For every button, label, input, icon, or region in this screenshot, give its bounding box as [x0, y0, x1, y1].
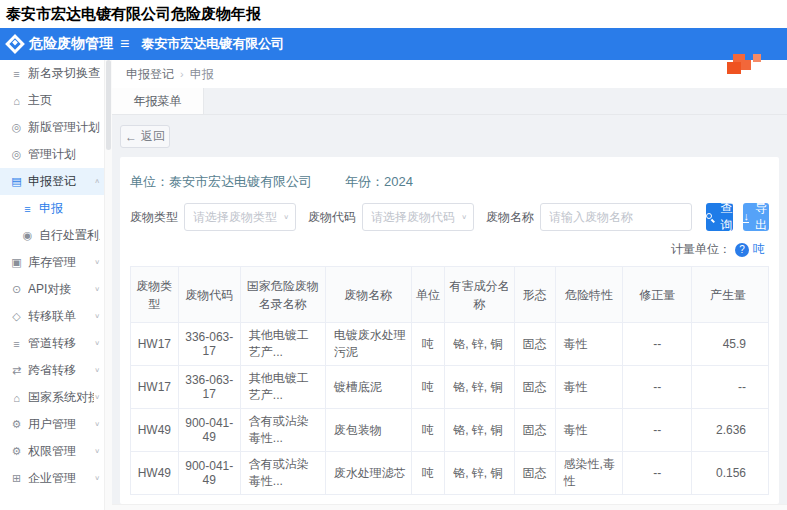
chevron-down-icon: ∨: [94, 340, 100, 347]
help-icon[interactable]: ?: [735, 243, 749, 257]
app-name: 危险废物管理: [29, 35, 113, 53]
chevron-down-icon: ∨: [94, 367, 100, 374]
tab-bar: 年报菜单: [112, 88, 787, 115]
grid-icon: ⊞: [9, 472, 24, 485]
col-form: 形态: [514, 267, 555, 323]
sidebar-item-declaration[interactable]: ≡ 申报: [0, 195, 104, 222]
breadcrumb-current: 申报: [190, 66, 214, 83]
content-area: 申报登记 › 申报 年报菜单 ← 返回: [112, 60, 787, 510]
sidebar-item-api[interactable]: ⊙ API对接 ∨: [0, 276, 104, 303]
report-info: 单位：泰安市宏达电镀有限公司 年份：2024: [130, 169, 769, 203]
table-row[interactable]: HW49 900-041-49 含有或沾染毒性... 废包装物 吨 铬, 锌, …: [131, 409, 769, 452]
export-button[interactable]: ↓ 导出: [743, 203, 769, 231]
app-header: 危险废物管理 ≡ 泰安市宏达电镀有限公司: [0, 28, 787, 60]
chevron-down-icon: ∨: [94, 448, 100, 455]
sidebar-item-inventory[interactable]: ▣ 库存管理 ∨: [0, 249, 104, 276]
menu-icon: ≡: [9, 68, 24, 80]
table-row[interactable]: HW17 336-063-17 其他电镀工艺产... 镀槽底泥 吨 铬, 锌, …: [131, 366, 769, 409]
sidebar-item-national-system[interactable]: ⌂ 国家系统对接 ∨: [0, 384, 104, 411]
sidebar-item-self-disposal[interactable]: ◉ 自行处置利用: [0, 222, 104, 249]
col-components: 有害成分名称: [445, 267, 514, 323]
document-edit-icon: ▤: [9, 175, 24, 188]
transfer-icon: ⇄: [9, 364, 24, 377]
sidebar-item-new-management-plan[interactable]: ◎ 新版管理计划: [0, 114, 104, 141]
breadcrumb-separator-icon: ›: [180, 68, 184, 80]
waste-table: 废物类型 废物代码 国家危险废物名录名称 废物名称 单位 有害成分名称 形态 危…: [130, 266, 769, 495]
inventory-icon: ▣: [9, 256, 24, 269]
app-logo-icon: [5, 34, 25, 54]
home-icon: ⌂: [9, 95, 24, 107]
sidebar-item-pipeline-transfer[interactable]: ≡ 管道转移 ∨: [0, 330, 104, 357]
year-field: 年份：2024: [345, 173, 413, 191]
sidebar-scrollbar[interactable]: [105, 60, 112, 510]
radio-icon: ◉: [20, 229, 35, 242]
waste-type-label: 废物类型: [130, 209, 178, 226]
sidebar-item-cross-province[interactable]: ⇄ 跨省转移 ∨: [0, 357, 104, 384]
download-icon: ↓: [743, 211, 749, 223]
unit-field: 单位：泰安市宏达电镀有限公司: [130, 173, 345, 191]
manifest-icon: ◇: [9, 310, 24, 323]
waste-name-label: 废物名称: [486, 209, 534, 226]
table-header-row: 废物类型 废物代码 国家危险废物名录名称 废物名称 单位 有害成分名称 形态 危…: [131, 267, 769, 323]
col-correction: 修正量: [623, 267, 692, 323]
redacted-user-badge: [727, 54, 763, 80]
search-button[interactable]: 查询: [706, 203, 733, 231]
sidebar-item-permission-management[interactable]: ⚙ 权限管理 ∨: [0, 438, 104, 465]
gear-icon: ⚙: [9, 445, 24, 458]
sidebar-item-home[interactable]: ⌂ 主页: [0, 87, 104, 114]
search-icon: [706, 213, 715, 222]
plan-icon: ◎: [9, 121, 24, 134]
chevron-down-icon: ∨: [94, 313, 100, 320]
chevron-down-icon: ∨: [94, 421, 100, 428]
gear-icon: ⚙: [9, 418, 24, 431]
measure-unit-value: 吨: [753, 241, 765, 258]
breadcrumb: 申报登记 › 申报: [112, 60, 787, 88]
tab-annual-report[interactable]: 年报菜单: [112, 88, 204, 114]
sidebar-item-user-management[interactable]: ⚙ 用户管理 ∨: [0, 411, 104, 438]
horizontal-scrollbar[interactable]: [112, 504, 787, 510]
page-title: 泰安市宏达电镀有限公司危险废物年报: [0, 0, 787, 28]
table-row[interactable]: HW49 900-041-49 含有或沾染毒性... 废水处理滤芯 吨 铬, 锌…: [131, 452, 769, 495]
header-company-name: 泰安市宏达电镀有限公司: [141, 35, 284, 53]
col-waste-code: 废物代码: [178, 267, 240, 323]
report-card: 单位：泰安市宏达电镀有限公司 年份：2024 废物类型 请选择废物类型 ∨ 废物…: [120, 157, 779, 504]
table-row[interactable]: HW17 336-063-17 其他电镀工艺产... 电镀废水处理污泥 吨 铬,…: [131, 323, 769, 366]
brand: 危险废物管理: [0, 35, 110, 53]
chevron-down-icon: ∨: [94, 394, 100, 401]
waste-type-select[interactable]: 请选择废物类型 ∨: [184, 203, 296, 231]
api-icon: ⊙: [9, 283, 24, 296]
waste-code-select[interactable]: 请选择废物代码 ∨: [362, 203, 474, 231]
col-unit: 单位: [411, 267, 444, 323]
sidebar: ≡ 新名录切换查询 ⌂ 主页 ◎ 新版管理计划 ◎ 管理计划 ▤ 申报登记 ∧ …: [0, 60, 105, 510]
sidebar-item-new-catalog-query[interactable]: ≡ 新名录切换查询: [0, 60, 104, 87]
breadcrumb-parent[interactable]: 申报登记: [126, 66, 174, 83]
plan-icon: ◎: [9, 148, 24, 161]
sidebar-item-management-plan[interactable]: ◎ 管理计划: [0, 141, 104, 168]
chevron-down-icon: ∨: [94, 259, 100, 266]
chevron-down-icon: ∨: [461, 213, 467, 220]
national-system-icon: ⌂: [9, 392, 24, 404]
back-arrow-icon: ←: [125, 130, 137, 144]
chevron-down-icon: ∨: [283, 213, 289, 220]
pipeline-icon: ≡: [9, 338, 24, 350]
col-hazard: 危险特性: [555, 267, 623, 323]
menu-icon: ≡: [20, 203, 35, 215]
filter-bar: 废物类型 请选择废物类型 ∨ 废物代码 请选择废物代码 ∨ 废物名称: [130, 203, 769, 231]
col-waste-name: 废物名称: [325, 267, 411, 323]
col-catalog-name: 国家危险废物名录名称: [240, 267, 325, 323]
chevron-down-icon: ∨: [94, 286, 100, 293]
waste-name-input[interactable]: [540, 203, 692, 231]
page: 泰安市宏达电镀有限公司危险废物年报 危险废物管理 ≡ 泰安市宏达电镀有限公司 ≡…: [0, 0, 787, 510]
content-body: ← 返回 单位：泰安市宏达电镀有限公司 年份：2024 废物类型 请选择废物类型…: [112, 115, 787, 504]
measure-unit-row: 计量单位： ? 吨: [130, 231, 769, 266]
waste-code-label: 废物代码: [308, 209, 356, 226]
chevron-down-icon: ∨: [94, 475, 100, 482]
col-output: 产生量: [692, 267, 769, 323]
sidebar-item-enterprise-management[interactable]: ⊞ 企业管理 ∨: [0, 465, 104, 492]
col-waste-type: 废物类型: [131, 267, 179, 323]
sidebar-item-transfer-manifest[interactable]: ◇ 转移联单 ∨: [0, 303, 104, 330]
chevron-up-icon: ∧: [94, 178, 100, 185]
back-button[interactable]: ← 返回: [120, 125, 170, 148]
sidebar-item-declaration-register[interactable]: ▤ 申报登记 ∧: [0, 168, 104, 195]
sidebar-collapse-icon[interactable]: ≡: [120, 35, 129, 53]
